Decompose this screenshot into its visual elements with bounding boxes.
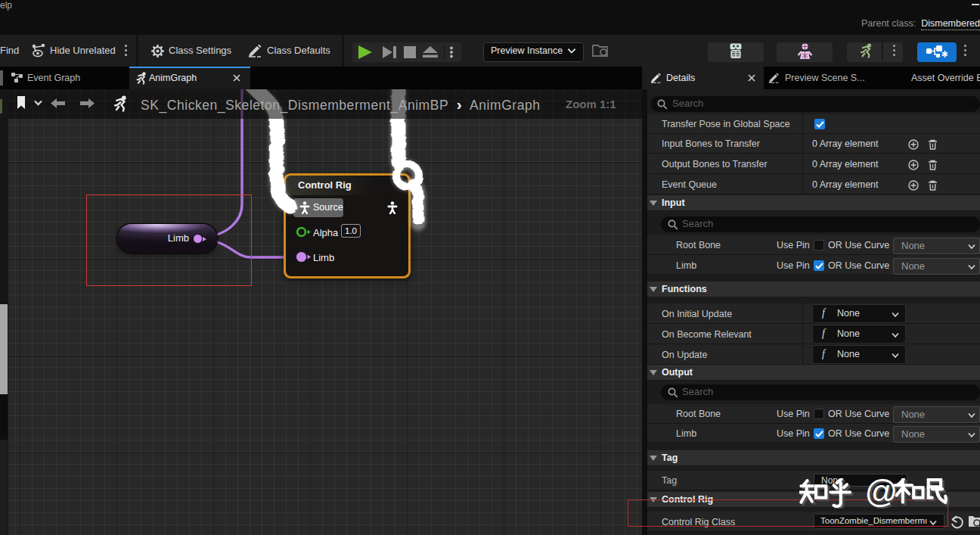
svg-text:@: @ — [865, 478, 898, 509]
